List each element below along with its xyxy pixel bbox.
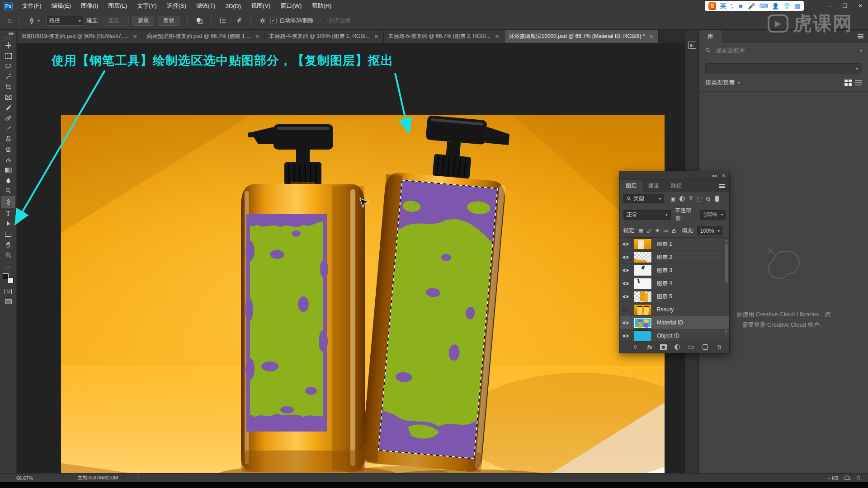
- menu-3d[interactable]: 3D(D): [220, 0, 246, 12]
- healing-brush-tool[interactable]: [1, 113, 15, 123]
- lock-transparency-icon[interactable]: ▦: [638, 228, 643, 234]
- move-tool[interactable]: [1, 40, 15, 51]
- filter-shape-icon[interactable]: ⬚: [697, 196, 702, 202]
- ime-mic-icon[interactable]: 🎤: [748, 3, 755, 9]
- brush-tool[interactable]: [1, 123, 15, 134]
- collapsed-panel-icon[interactable]: ◧: [688, 42, 696, 49]
- filter-type-icon[interactable]: T: [689, 195, 693, 202]
- home-icon[interactable]: ⌂: [4, 16, 15, 25]
- menu-image[interactable]: 图像(I): [76, 0, 103, 12]
- restore-button[interactable]: ❐: [837, 0, 853, 12]
- link-layers-icon[interactable]: [632, 344, 639, 350]
- zoom-level-field[interactable]: 66.67%: [16, 475, 51, 481]
- path-arrangement-icon[interactable]: [231, 17, 246, 25]
- ime-skin-icon[interactable]: 👕: [783, 3, 790, 9]
- hand-tool[interactable]: [1, 239, 15, 250]
- frame-tool[interactable]: [1, 92, 15, 103]
- layer-thumbnail[interactable]: [634, 317, 652, 328]
- tab-close-icon[interactable]: ✕: [255, 33, 259, 40]
- type-tool[interactable]: T: [1, 208, 15, 219]
- document-image[interactable]: [61, 115, 665, 483]
- lock-position-icon[interactable]: ✥: [656, 228, 660, 234]
- lock-all-icon[interactable]: [671, 228, 676, 234]
- layer-row-1[interactable]: 图层 1: [620, 238, 729, 251]
- canvas-area[interactable]: [17, 43, 685, 473]
- collapse-panel-icon[interactable]: ◂◂: [712, 173, 717, 178]
- lock-pixels-icon[interactable]: 🖊: [647, 228, 652, 234]
- status-options-icon[interactable]: 〉: [137, 474, 142, 481]
- toolbar-grip[interactable]: |||||||: [4, 36, 13, 38]
- ime-toolbar[interactable]: S 英 ’, ☻ 🎤 ⌨ 👤 👕 ▦: [705, 1, 804, 11]
- menu-layer[interactable]: 图层(L): [103, 0, 132, 12]
- magic-wand-tool[interactable]: [1, 71, 15, 82]
- blur-tool[interactable]: [1, 175, 15, 186]
- lasso-tool[interactable]: [1, 61, 15, 71]
- close-button[interactable]: ✕: [853, 0, 868, 12]
- layer-style-icon[interactable]: fx: [647, 344, 652, 351]
- ime-user-icon[interactable]: 👤: [772, 3, 779, 9]
- tool-mode-select[interactable]: 路径▾: [46, 16, 84, 26]
- layer-thumbnail[interactable]: [634, 291, 652, 302]
- libraries-search-input[interactable]: [715, 47, 856, 54]
- filter-type-select[interactable]: 类型 ▾: [623, 194, 664, 203]
- filter-pixel-icon[interactable]: ▣: [670, 196, 675, 202]
- make-shape-button[interactable]: 形状: [158, 16, 179, 26]
- crop-tool[interactable]: [1, 82, 15, 92]
- tab-close-icon[interactable]: ✕: [133, 33, 137, 40]
- add-mask-icon[interactable]: [660, 344, 667, 350]
- visibility-eye-icon[interactable]: [620, 329, 632, 342]
- layer-row-4[interactable]: 图层 4: [620, 277, 729, 290]
- close-panel-icon[interactable]: ✕: [722, 173, 726, 178]
- make-mask-button[interactable]: 蒙版: [132, 16, 154, 26]
- filter-smartobject-icon[interactable]: ⧉: [706, 196, 710, 202]
- visibility-eye-icon[interactable]: [620, 251, 632, 263]
- pen-tool[interactable]: [1, 196, 15, 208]
- visibility-eye-icon[interactable]: [620, 238, 632, 250]
- layer-thumbnail[interactable]: [634, 252, 652, 263]
- color-swatches[interactable]: [3, 273, 14, 283]
- layer-row-beauty[interactable]: Beauty: [620, 303, 729, 316]
- foreground-color-swatch[interactable]: [3, 273, 9, 279]
- tab-libraries[interactable]: 库: [699, 30, 722, 43]
- view-by-label[interactable]: 按类型查看: [705, 79, 735, 87]
- dodge-tool[interactable]: [1, 186, 15, 196]
- auto-add-delete-checkbox[interactable]: ✓ 自动添加/删除: [270, 17, 313, 24]
- ime-punctuation-icon[interactable]: ’,: [730, 3, 733, 9]
- libraries-menu-icon[interactable]: [853, 30, 868, 43]
- document-tab-1[interactable]: 出图10019-恢复的.psd @ 50% (RLMask7, ...✕: [17, 30, 142, 43]
- document-tab-5-active[interactable]: 沐浴露两瓶渲10000.psd @ 66.7% (Material ID, RG…: [505, 30, 659, 43]
- gear-icon[interactable]: [255, 17, 270, 25]
- visibility-eye-icon[interactable]: [620, 316, 632, 329]
- menu-file[interactable]: 文件(F): [17, 0, 47, 12]
- menu-edit[interactable]: 编辑(E): [47, 0, 76, 12]
- trash-icon[interactable]: [856, 475, 862, 481]
- gradient-tool[interactable]: [1, 165, 15, 175]
- visibility-eye-empty[interactable]: [620, 303, 632, 316]
- tab-paths[interactable]: 路径: [665, 180, 688, 192]
- visibility-eye-icon[interactable]: [620, 277, 632, 290]
- menu-view[interactable]: 视图(V): [246, 0, 275, 12]
- document-tab-2[interactable]: 商品预览图-恢复的.psd @ 66.7% (椭圆 1 ...✕: [142, 30, 264, 43]
- filter-adjustment-icon[interactable]: [679, 196, 685, 202]
- layer-thumbnail[interactable]: [634, 239, 652, 250]
- opacity-input[interactable]: 100%▾: [700, 210, 726, 220]
- align-edges-checkbox[interactable]: 对齐边缘: [320, 17, 351, 24]
- adjustment-layer-icon[interactable]: [675, 344, 680, 350]
- tab-channels[interactable]: 通道: [642, 180, 665, 192]
- path-operations-icon[interactable]: [192, 17, 207, 25]
- panel-menu-icon[interactable]: [714, 180, 729, 192]
- grid-view-icon[interactable]: [844, 80, 852, 86]
- filter-toggle[interactable]: [715, 196, 719, 202]
- visibility-eye-icon[interactable]: [620, 264, 632, 277]
- layer-row-2[interactable]: 图层 2: [620, 251, 729, 264]
- document-tab-3[interactable]: 未标题-4-恢复的 @ 100% (图层 1, RGB/...✕: [264, 30, 384, 43]
- new-layer-icon[interactable]: [703, 344, 708, 350]
- history-brush-tool[interactable]: [1, 144, 15, 155]
- layer-thumbnail[interactable]: [634, 265, 652, 276]
- layers-scrollbar[interactable]: ∧ ∨: [724, 239, 729, 342]
- ime-keyboard-icon[interactable]: ⌨: [759, 3, 768, 9]
- ime-emoji-icon[interactable]: ☻: [738, 3, 744, 9]
- marquee-tool[interactable]: [1, 51, 15, 61]
- chevron-down-icon[interactable]: ▾: [738, 80, 740, 85]
- fill-input[interactable]: 100%▾: [697, 226, 722, 235]
